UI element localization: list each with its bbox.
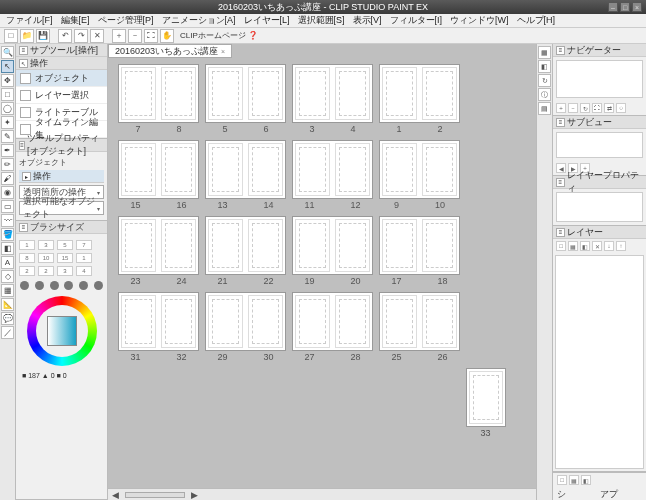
page-spread[interactable]: 1920 [292, 216, 373, 286]
subtool-tab-label[interactable]: 操作 [30, 57, 48, 70]
zoom-in-button[interactable]: ＋ [112, 29, 126, 43]
brush-preset[interactable]: 15 [57, 253, 73, 263]
panel-menu-icon[interactable]: ≡ [556, 178, 565, 187]
page-spread[interactable]: 78 [118, 64, 199, 134]
page-spread[interactable]: 56 [205, 64, 286, 134]
menu-help[interactable]: ヘルプ[H] [515, 14, 558, 27]
panel-menu-icon[interactable]: ≡ [19, 223, 28, 232]
maximize-button[interactable]: □ [620, 2, 630, 12]
fit-button[interactable]: ⛶ [144, 29, 158, 43]
brush-dot[interactable] [35, 281, 44, 290]
page-spread[interactable]: 2324 [118, 216, 199, 286]
open-button[interactable]: 📁 [20, 29, 34, 43]
info-icon[interactable]: ⓘ [538, 88, 551, 101]
hand-button[interactable]: ✋ [160, 29, 174, 43]
wand-tool-icon[interactable]: ✦ [1, 116, 14, 129]
panel-menu-icon[interactable]: ≡ [556, 46, 565, 55]
brush-preset[interactable]: 1 [76, 253, 92, 263]
page-spread[interactable]: 910 [379, 140, 460, 210]
eraser-tool-icon[interactable]: ▭ [1, 200, 14, 213]
menu-view[interactable]: 表示[V] [351, 14, 384, 27]
flip-icon[interactable]: ⇄ [604, 103, 614, 113]
brush-preset[interactable]: 7 [76, 240, 92, 250]
layer-list[interactable] [555, 255, 644, 469]
ruler-tool-icon[interactable]: 📐 [1, 298, 14, 311]
zoom-slider-icon[interactable]: ▶ [191, 490, 198, 500]
minimize-button[interactable]: – [608, 2, 618, 12]
reset-icon[interactable]: ○ [616, 103, 626, 113]
panel-menu-icon[interactable]: ≡ [19, 46, 28, 55]
zoom-slider-icon[interactable]: ◀ [112, 490, 119, 500]
blend-tool-icon[interactable]: 〰 [1, 214, 14, 227]
marquee-tool-icon[interactable]: □ [1, 88, 14, 101]
brush-dot[interactable] [79, 281, 88, 290]
brush-tool-icon[interactable]: 🖌 [1, 172, 14, 185]
lasso-tool-icon[interactable]: ◯ [1, 102, 14, 115]
monitor-icon[interactable]: ▦ [569, 475, 579, 485]
menu-file[interactable]: ファイル[F] [4, 14, 55, 27]
brush-preset[interactable]: 3 [38, 240, 54, 250]
navigator-preview[interactable] [556, 60, 643, 98]
monitor-icon[interactable]: □ [557, 475, 567, 485]
layer-btn[interactable]: □ [556, 241, 566, 251]
text-tool-icon[interactable]: A [1, 256, 14, 269]
brush-preset[interactable]: 4 [76, 266, 92, 276]
help-link[interactable]: CLIPホームページ ❓ [180, 30, 258, 41]
layer-btn[interactable]: ✕ [592, 241, 602, 251]
menu-layer[interactable]: レイヤー[L] [242, 14, 292, 27]
zoom-out-button[interactable]: － [128, 29, 142, 43]
page-spread[interactable]: 1718 [379, 216, 460, 286]
undo-button[interactable]: ↶ [58, 29, 72, 43]
layer-btn[interactable]: ↑ [616, 241, 626, 251]
page-spread[interactable]: 34 [292, 64, 373, 134]
operation-tool-icon[interactable]: ↖ [1, 60, 14, 73]
menu-animation[interactable]: アニメーション[A] [160, 14, 238, 27]
subview-preview[interactable] [556, 132, 643, 158]
pencil-tool-icon[interactable]: ✏ [1, 158, 14, 171]
rotate-icon[interactable]: ↻ [580, 103, 590, 113]
brush-preset[interactable]: 1 [19, 240, 35, 250]
panel-menu-icon[interactable]: ≡ [556, 118, 565, 127]
magnify-tool-icon[interactable]: 🔍 [1, 46, 14, 59]
brush-preset[interactable]: 2 [38, 266, 54, 276]
fill-tool-icon[interactable]: 🪣 [1, 228, 14, 241]
page-spread[interactable]: 1314 [205, 140, 286, 210]
brush-preset[interactable]: 8 [19, 253, 35, 263]
move-tool-icon[interactable]: ✥ [1, 74, 14, 87]
brush-dot[interactable] [50, 281, 59, 290]
zoom-icon[interactable]: ＋ [556, 103, 566, 113]
brush-dot[interactable] [20, 281, 29, 290]
eyedropper-tool-icon[interactable]: ✎ [1, 130, 14, 143]
history-icon[interactable]: ↻ [538, 74, 551, 87]
balloon-tool-icon[interactable]: 💬 [1, 312, 14, 325]
page-spread[interactable]: 33 [445, 368, 526, 438]
color-set-icon[interactable]: ◧ [538, 60, 551, 73]
brush-dot[interactable] [64, 281, 73, 290]
canvas-area[interactable]: 20160203いちあっぷ講座× 78563412151613141112910… [108, 44, 536, 500]
menu-edit[interactable]: 編集[E] [59, 14, 92, 27]
close-button[interactable]: × [632, 2, 642, 12]
expand-icon[interactable]: ▸ [22, 172, 31, 181]
brush-dot[interactable] [94, 281, 103, 290]
page-spread[interactable]: 1112 [292, 140, 373, 210]
pen-tool-icon[interactable]: ✒ [1, 144, 14, 157]
layer-btn[interactable]: ↓ [604, 241, 614, 251]
color-wheel[interactable] [27, 296, 97, 366]
fit-icon[interactable]: ⛶ [592, 103, 602, 113]
brush-preset[interactable]: 10 [38, 253, 54, 263]
frame-tool-icon[interactable]: ▦ [1, 284, 14, 297]
panel-menu-icon[interactable]: ≡ [19, 141, 25, 150]
layer-btn[interactable]: ▦ [568, 241, 578, 251]
figure-tool-icon[interactable]: ◇ [1, 270, 14, 283]
subtool-layer-select[interactable]: レイヤー選択 [16, 87, 107, 104]
menu-select[interactable]: 選択範囲[S] [296, 14, 347, 27]
airbrush-tool-icon[interactable]: ◉ [1, 186, 14, 199]
zoom-slider[interactable] [125, 492, 185, 498]
document-tab[interactable]: 20160203いちあっぷ講座× [108, 44, 232, 58]
page-spread[interactable]: 2122 [205, 216, 286, 286]
selectable-object-dropdown[interactable]: 選択可能なオブジェクト [19, 201, 104, 215]
page-spread[interactable]: 3132 [118, 292, 199, 362]
material-icon[interactable]: ▦ [538, 46, 551, 59]
brush-preset[interactable]: 5 [57, 240, 73, 250]
line-tool-icon[interactable]: ／ [1, 326, 14, 339]
